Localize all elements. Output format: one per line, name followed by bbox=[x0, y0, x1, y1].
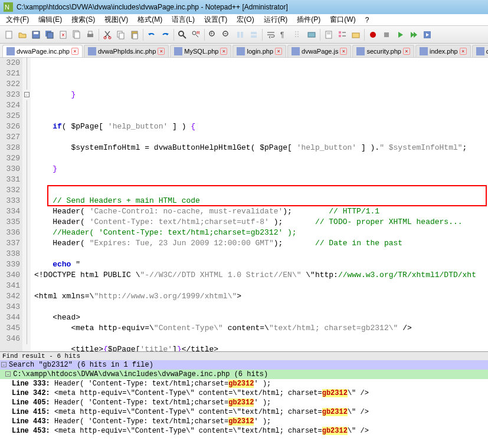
copy-button[interactable] bbox=[114, 28, 127, 41]
tab-index[interactable]: index.php× bbox=[415, 45, 471, 57]
menu-plugins[interactable]: 插件(P) bbox=[293, 14, 324, 26]
zoom-out-button[interactable] bbox=[220, 28, 233, 41]
tab-dvwapage[interactable]: dvwaPage.inc.php× bbox=[2, 45, 83, 57]
menu-edit[interactable]: 编辑(E) bbox=[35, 14, 65, 26]
new-file-button[interactable] bbox=[2, 28, 15, 41]
menu-help[interactable]: ? bbox=[362, 15, 373, 25]
menu-run[interactable]: 运行(R) bbox=[260, 14, 292, 26]
close-icon[interactable]: × bbox=[275, 48, 282, 55]
replace-button[interactable]: R bbox=[189, 28, 202, 41]
tab-dvwapagejs[interactable]: dvwaPage.js× bbox=[287, 45, 351, 57]
tab-con[interactable]: con bbox=[472, 45, 488, 57]
doc-map-button[interactable] bbox=[322, 28, 335, 41]
menu-language[interactable]: 语言(L) bbox=[168, 14, 198, 26]
php-file-icon bbox=[6, 47, 15, 55]
menu-window[interactable]: 窗口(W) bbox=[326, 14, 359, 26]
close-icon[interactable]: × bbox=[220, 48, 227, 55]
find-hit-line[interactable]: Line 405: Header( 'Content-Type: text/ht… bbox=[0, 398, 488, 407]
find-hit-line[interactable]: Line 333: Header( 'Content-Type: text/ht… bbox=[0, 379, 488, 388]
find-file-summary[interactable]: -C:\xampp\htdocs\DVWA\dvwa\includes\dvwa… bbox=[0, 370, 488, 379]
svg-point-19 bbox=[179, 31, 184, 36]
menu-search[interactable]: 搜索(S) bbox=[68, 14, 99, 26]
svg-text:R: R bbox=[196, 30, 200, 35]
collapse-icon[interactable]: - bbox=[1, 362, 6, 367]
tab-dvwaphpids[interactable]: dvwaPhpIds.inc.php× bbox=[84, 45, 169, 57]
close-icon[interactable]: × bbox=[340, 48, 347, 55]
toolbar-separator bbox=[204, 29, 205, 41]
svg-rect-16 bbox=[119, 33, 124, 39]
find-result-header: Find result - 6 hits bbox=[0, 351, 488, 360]
menu-settings[interactable]: 设置(T) bbox=[201, 14, 231, 26]
tab-login[interactable]: login.php× bbox=[232, 45, 286, 57]
tab-label: security.php bbox=[366, 48, 401, 55]
php-file-icon bbox=[174, 47, 182, 55]
paste-button[interactable] bbox=[128, 28, 141, 41]
toolbar: × R + ¶ bbox=[0, 26, 488, 44]
indent-guide-button[interactable] bbox=[292, 28, 304, 41]
close-button[interactable]: × bbox=[57, 28, 70, 41]
close-icon[interactable]: × bbox=[71, 48, 78, 55]
tab-mysql[interactable]: MySQL.php× bbox=[170, 45, 231, 57]
close-all-button[interactable] bbox=[70, 28, 83, 41]
svg-rect-34 bbox=[308, 32, 315, 37]
play-multi-button[interactable] bbox=[407, 28, 420, 41]
menu-macro[interactable]: 宏(O) bbox=[233, 14, 257, 26]
record-button[interactable] bbox=[366, 28, 379, 41]
word-wrap-button[interactable] bbox=[264, 28, 277, 41]
close-icon[interactable]: × bbox=[403, 48, 410, 55]
find-result-panel[interactable]: -Search "gb2312" (6 hits in 1 file) -C:\… bbox=[0, 360, 488, 446]
open-file-button[interactable] bbox=[16, 28, 29, 41]
js-file-icon bbox=[292, 47, 300, 55]
menu-file[interactable]: 文件(F) bbox=[2, 14, 32, 26]
window-title: C:\xampp\htdocs\DVWA\dvwa\includes\dvwaP… bbox=[17, 3, 288, 11]
svg-point-43 bbox=[370, 32, 376, 38]
find-search-summary[interactable]: -Search "gb2312" (6 hits in 1 file) bbox=[0, 360, 488, 370]
fold-column: - bbox=[22, 58, 31, 351]
find-hit-line[interactable]: Line 453: <meta http-equiv=\"Content-Typ… bbox=[0, 426, 488, 436]
close-icon[interactable]: × bbox=[158, 48, 165, 55]
menu-view[interactable]: 视图(V) bbox=[101, 14, 132, 26]
find-hit-line[interactable]: Line 443: Header( 'Content-Type: text/ht… bbox=[0, 417, 488, 426]
tab-security[interactable]: security.php× bbox=[352, 45, 414, 57]
cut-button[interactable] bbox=[101, 28, 114, 41]
code-content[interactable]: } if( $pPage[ 'help_button' ] ) { $syste… bbox=[31, 58, 488, 351]
titlebar: N C:\xampp\htdocs\DVWA\dvwa\includes\dvw… bbox=[0, 0, 488, 14]
svg-rect-30 bbox=[251, 35, 257, 38]
sync-h-button[interactable] bbox=[247, 28, 260, 41]
close-icon[interactable]: × bbox=[460, 48, 467, 55]
svg-rect-42 bbox=[352, 33, 359, 38]
toolbar-separator bbox=[364, 29, 365, 41]
collapse-icon[interactable]: - bbox=[5, 371, 11, 377]
svg-rect-39 bbox=[339, 35, 341, 37]
svg-rect-47 bbox=[88, 47, 96, 55]
save-all-button[interactable] bbox=[43, 28, 56, 41]
svg-point-21 bbox=[192, 31, 196, 35]
function-list-button[interactable] bbox=[336, 28, 349, 41]
stop-button[interactable] bbox=[380, 28, 393, 41]
tab-label: dvwaPhpIds.inc.php bbox=[98, 48, 156, 55]
save-button[interactable] bbox=[30, 28, 42, 41]
tabs-row: dvwaPage.inc.php× dvwaPhpIds.inc.php× My… bbox=[0, 44, 488, 58]
find-hit-line[interactable]: Line 342: <meta http-equiv=\"Content-Typ… bbox=[0, 388, 488, 398]
user-lang-button[interactable] bbox=[305, 28, 318, 41]
menu-format[interactable]: 格式(M) bbox=[134, 14, 166, 26]
svg-rect-49 bbox=[237, 47, 245, 55]
menubar: 文件(F) 编辑(E) 搜索(S) 视图(V) 格式(M) 语言(L) 设置(T… bbox=[0, 14, 488, 26]
find-button[interactable] bbox=[176, 28, 189, 41]
svg-text:×: × bbox=[61, 32, 65, 38]
svg-text:+: + bbox=[210, 31, 213, 37]
save-macro-button[interactable] bbox=[421, 28, 434, 41]
tab-label: dvwaPage.inc.php bbox=[17, 48, 70, 55]
sync-v-button[interactable] bbox=[234, 28, 247, 41]
find-hit-line[interactable]: Line 415: <meta http-equiv=\"Content-Typ… bbox=[0, 407, 488, 417]
zoom-in-button[interactable]: + bbox=[207, 28, 220, 41]
show-all-chars-button[interactable]: ¶ bbox=[278, 28, 291, 41]
undo-button[interactable] bbox=[145, 28, 158, 41]
line-number-gutter: 3203213223233243253263273283293303313323… bbox=[0, 58, 22, 351]
code-editor[interactable]: 3203213223233243253263273283293303313323… bbox=[0, 58, 488, 351]
svg-rect-4 bbox=[34, 32, 38, 34]
print-button[interactable] bbox=[84, 28, 97, 41]
folder-view-button[interactable] bbox=[349, 28, 362, 41]
redo-button[interactable] bbox=[159, 28, 172, 41]
play-button[interactable] bbox=[394, 28, 407, 41]
